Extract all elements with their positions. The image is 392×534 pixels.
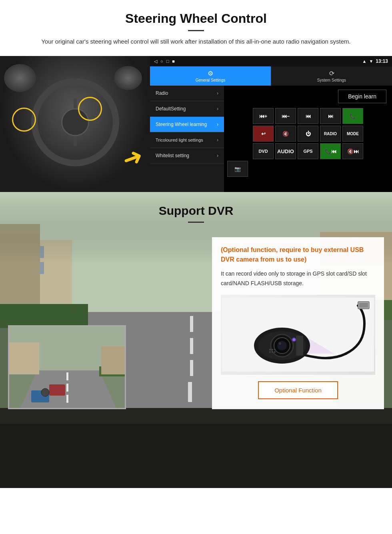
- dvr-thumbnail: [8, 325, 126, 409]
- svg-point-51: [269, 349, 271, 350]
- mode-label: MODE: [347, 132, 359, 136]
- vol-down-icon: ⏮−: [282, 113, 290, 119]
- wifi-icon: ▼: [369, 59, 373, 64]
- settings-icon: ⚙: [208, 70, 213, 77]
- vol-down-btn[interactable]: ⏮−: [275, 108, 296, 124]
- menu-item-radio[interactable]: Radio ›: [150, 86, 224, 101]
- steering-button-grid: Begin learn ⏮+ ⏮− ⏮ ⏭ 📞 ↩ 🔇 ⏻ RADIO MODE: [224, 86, 392, 192]
- mute-icon: 🔇: [282, 131, 289, 137]
- tab-system-settings[interactable]: ⟳ System Settings: [271, 66, 392, 86]
- svg-point-54: [269, 351, 271, 353]
- gauge-right: [114, 66, 142, 90]
- section1-divider: [188, 30, 204, 31]
- svg-rect-31: [66, 395, 68, 403]
- menu-item-whitelist[interactable]: Whitelist setting ›: [150, 148, 224, 164]
- svg-rect-50: [296, 336, 303, 356]
- audio-ctrl-btn[interactable]: AUDIO: [275, 143, 296, 159]
- svg-rect-33: [49, 384, 65, 396]
- prev-icon: ⏮: [306, 113, 311, 119]
- menu-radio-label: Radio: [156, 90, 168, 96]
- svg-rect-41: [359, 303, 368, 308]
- dvr-optional-title: (Optional function, require to buy exter…: [221, 245, 375, 264]
- cam-btn[interactable]: 📷: [227, 161, 248, 177]
- steering-demo-container: ➜ ◁ ○ □ ■ ▲ ▼ 13:13 ⚙ General Settings: [0, 56, 392, 192]
- call-prev-icon: 📞⏮: [325, 148, 336, 154]
- power-btn[interactable]: ⏻: [298, 126, 318, 142]
- highlight-circle-right: [78, 97, 102, 121]
- call-prev-btn[interactable]: 📞⏮: [320, 143, 341, 159]
- dvr-camera-illustration: [221, 295, 375, 375]
- dvr-content-row: (Optional function, require to buy exter…: [0, 233, 392, 409]
- dvr-info-card: (Optional function, require to buy exter…: [212, 237, 384, 409]
- steering-wheel-ring: [31, 78, 119, 166]
- gauge-left: [4, 64, 36, 92]
- hangup-icon: ↩: [261, 131, 266, 137]
- radio-ctrl-btn[interactable]: RADIO: [320, 126, 341, 142]
- svg-rect-29: [66, 372, 68, 380]
- arrow-pointer: ➜: [118, 141, 147, 174]
- power-icon: ⏻: [306, 131, 311, 137]
- time-display: 13:13: [376, 58, 388, 64]
- dvr-title: Support DVR: [16, 204, 376, 218]
- menu-item-tricolour[interactable]: Tricoloured light settings ›: [150, 132, 224, 148]
- steering-wheel-image: ➜: [0, 56, 150, 192]
- vol-up-icon: ⏮+: [259, 113, 268, 119]
- svg-point-53: [274, 349, 276, 350]
- dvd-ctrl-btn[interactable]: DVD: [253, 143, 274, 159]
- optional-function-button[interactable]: Optional Function: [258, 381, 338, 399]
- menu-whitelist-label: Whitelist setting: [156, 153, 189, 158]
- svg-point-55: [272, 351, 273, 353]
- home-icon: ○: [160, 59, 163, 64]
- mode-ctrl-btn[interactable]: MODE: [342, 126, 363, 142]
- section1-title: Steering Wheel Control: [16, 11, 376, 26]
- menu-icon: ■: [172, 59, 175, 64]
- android-tabs: ⚙ General Settings ⟳ System Settings: [150, 66, 392, 86]
- back-btn[interactable]: ↩: [253, 126, 274, 142]
- gps-label: GPS: [303, 149, 312, 154]
- svg-point-47: [279, 342, 281, 345]
- begin-learn-button[interactable]: Begin learn: [338, 90, 386, 103]
- menu-item-default[interactable]: DefaultSetting ›: [150, 101, 224, 117]
- phone-icon: 📞: [350, 113, 356, 119]
- svg-point-46: [277, 341, 287, 350]
- prev-btn[interactable]: ⏮: [298, 108, 318, 124]
- menu-item-steering[interactable]: Steering Wheel learning ›: [150, 117, 224, 132]
- ctrl-row-3: DVD AUDIO GPS 📞⏮ 🔇⏭: [226, 143, 390, 159]
- menu-steering-chevron: ›: [217, 122, 218, 127]
- dvr-section: Support DVR: [0, 192, 392, 488]
- menu-tricolour-chevron: ›: [217, 137, 218, 143]
- svg-rect-36: [9, 342, 39, 374]
- tab-general-settings[interactable]: ⚙ General Settings: [150, 66, 271, 86]
- dvr-description: It can record video only to storage in G…: [221, 269, 375, 288]
- svg-point-37: [41, 388, 49, 396]
- mute-next-btn[interactable]: 🔇⏭: [342, 143, 363, 159]
- statusbar-right: ▲ ▼ 13:13: [362, 58, 388, 64]
- ctrl-row-4: 📷: [226, 161, 390, 177]
- svg-rect-23: [0, 416, 392, 488]
- ctrl-row-2: ↩ 🔇 ⏻ RADIO MODE: [226, 126, 390, 142]
- system-icon: ⟳: [329, 70, 334, 77]
- menu-radio-chevron: ›: [217, 90, 218, 96]
- next-icon: ⏭: [328, 113, 333, 119]
- highlight-circle-left: [12, 108, 36, 132]
- menu-steering-label: Steering Wheel learning: [156, 122, 207, 127]
- settings-menu: Radio › DefaultSetting › Steering Wheel …: [150, 86, 224, 192]
- next-btn[interactable]: ⏭: [320, 108, 341, 124]
- svg-point-56: [274, 351, 276, 353]
- svg-rect-30: [66, 384, 68, 392]
- svg-rect-35: [101, 346, 126, 374]
- status-bar: ◁ ○ □ ■ ▲ ▼ 13:13: [150, 56, 392, 66]
- menu-whitelist-chevron: ›: [217, 153, 218, 158]
- android-content-area: Radio › DefaultSetting › Steering Wheel …: [150, 86, 392, 192]
- call-btn[interactable]: 📞: [342, 108, 363, 124]
- section1-header: Steering Wheel Control Your original car…: [0, 0, 392, 50]
- gps-ctrl-btn[interactable]: GPS: [298, 143, 318, 159]
- ctrl-row-1: ⏮+ ⏮− ⏮ ⏭ 📞: [226, 108, 390, 124]
- tab-system-label: System Settings: [317, 78, 346, 82]
- dvr-divider: [188, 222, 204, 223]
- recents-icon: □: [166, 59, 169, 64]
- menu-default-chevron: ›: [217, 106, 218, 112]
- mute-btn[interactable]: 🔇: [275, 126, 296, 142]
- back-icon: ◁: [154, 59, 157, 64]
- vol-up-btn[interactable]: ⏮+: [253, 108, 274, 124]
